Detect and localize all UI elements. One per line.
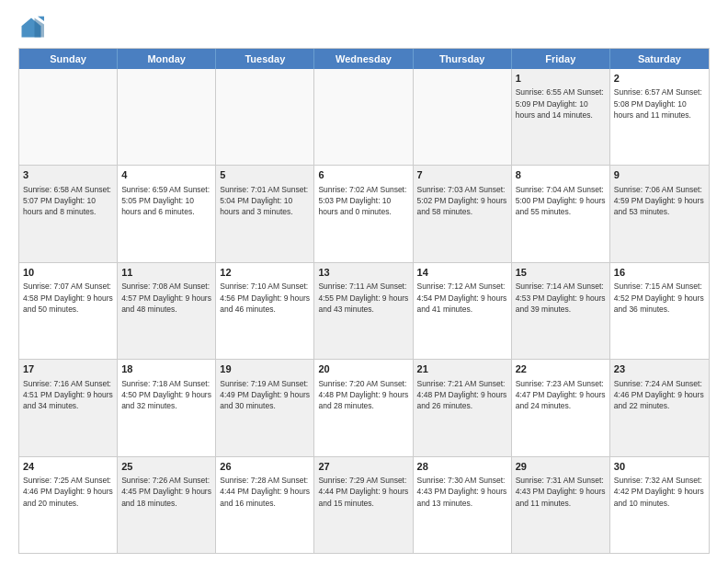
- cell-info: Sunrise: 7:23 AM Sunset: 4:47 PM Dayligh…: [516, 378, 606, 412]
- calendar-cell: 12Sunrise: 7:10 AM Sunset: 4:56 PM Dayli…: [216, 263, 314, 359]
- header-day-tuesday: Tuesday: [216, 49, 314, 69]
- calendar-cell: 29Sunrise: 7:31 AM Sunset: 4:43 PM Dayli…: [512, 457, 610, 553]
- header-day-friday: Friday: [512, 49, 610, 69]
- day-number: 22: [516, 362, 606, 376]
- calendar-cell: 30Sunrise: 7:32 AM Sunset: 4:42 PM Dayli…: [610, 457, 709, 553]
- calendar-cell: 26Sunrise: 7:28 AM Sunset: 4:44 PM Dayli…: [216, 457, 314, 553]
- calendar-cell: 10Sunrise: 7:07 AM Sunset: 4:58 PM Dayli…: [19, 263, 118, 359]
- day-number: 17: [23, 362, 113, 376]
- day-number: 20: [318, 362, 408, 376]
- day-number: 21: [417, 362, 507, 376]
- day-number: 27: [318, 460, 408, 474]
- calendar-cell: 22Sunrise: 7:23 AM Sunset: 4:47 PM Dayli…: [512, 360, 610, 455]
- cell-info: Sunrise: 7:04 AM Sunset: 5:00 PM Dayligh…: [516, 184, 606, 218]
- day-number: 3: [23, 168, 113, 182]
- header-day-thursday: Thursday: [414, 49, 512, 69]
- day-number: 19: [220, 362, 310, 376]
- day-number: 7: [417, 168, 507, 182]
- cell-info: Sunrise: 7:12 AM Sunset: 4:54 PM Dayligh…: [417, 281, 507, 315]
- day-number: 4: [121, 168, 211, 182]
- calendar-row-2: 10Sunrise: 7:07 AM Sunset: 4:58 PM Dayli…: [19, 262, 709, 359]
- cell-info: Sunrise: 7:14 AM Sunset: 4:53 PM Dayligh…: [516, 281, 606, 315]
- day-number: 8: [516, 168, 606, 182]
- calendar-cell: 18Sunrise: 7:18 AM Sunset: 4:50 PM Dayli…: [118, 360, 216, 455]
- calendar-cell: 21Sunrise: 7:21 AM Sunset: 4:48 PM Dayli…: [414, 360, 512, 455]
- cell-info: Sunrise: 7:31 AM Sunset: 4:43 PM Dayligh…: [516, 475, 606, 509]
- calendar-cell: 20Sunrise: 7:20 AM Sunset: 4:48 PM Dayli…: [314, 360, 413, 455]
- cell-info: Sunrise: 7:25 AM Sunset: 4:46 PM Dayligh…: [23, 475, 113, 509]
- header-day-saturday: Saturday: [610, 49, 709, 69]
- day-number: 9: [614, 168, 705, 182]
- cell-info: Sunrise: 6:57 AM Sunset: 5:08 PM Dayligh…: [614, 86, 705, 121]
- cell-info: Sunrise: 7:10 AM Sunset: 4:56 PM Dayligh…: [220, 281, 310, 315]
- calendar-cell: 1Sunrise: 6:55 AM Sunset: 5:09 PM Daylig…: [512, 69, 610, 165]
- day-number: 5: [220, 168, 310, 182]
- cell-info: Sunrise: 7:26 AM Sunset: 4:45 PM Dayligh…: [121, 475, 211, 509]
- header-day-monday: Monday: [118, 49, 216, 69]
- day-number: 30: [614, 460, 705, 474]
- cell-info: Sunrise: 7:01 AM Sunset: 5:04 PM Dayligh…: [220, 184, 310, 218]
- svg-marker-2: [38, 17, 44, 21]
- calendar-cell: 27Sunrise: 7:29 AM Sunset: 4:44 PM Dayli…: [314, 457, 413, 553]
- calendar-cell: 13Sunrise: 7:11 AM Sunset: 4:55 PM Dayli…: [314, 263, 413, 359]
- day-number: 14: [417, 266, 507, 280]
- day-number: 11: [121, 266, 211, 280]
- calendar-cell: 6Sunrise: 7:02 AM Sunset: 5:03 PM Daylig…: [314, 166, 413, 261]
- day-number: 6: [318, 168, 408, 182]
- header: [18, 15, 710, 40]
- calendar-cell: 5Sunrise: 7:01 AM Sunset: 5:04 PM Daylig…: [216, 166, 314, 261]
- day-number: 1: [516, 72, 606, 86]
- cell-info: Sunrise: 7:29 AM Sunset: 4:44 PM Dayligh…: [318, 475, 408, 509]
- calendar-cell: [314, 69, 413, 165]
- calendar-cell: 9Sunrise: 7:06 AM Sunset: 4:59 PM Daylig…: [610, 166, 709, 261]
- calendar-cell: 24Sunrise: 7:25 AM Sunset: 4:46 PM Dayli…: [19, 457, 118, 553]
- cell-info: Sunrise: 7:02 AM Sunset: 5:03 PM Dayligh…: [318, 184, 408, 218]
- cell-info: Sunrise: 7:32 AM Sunset: 4:42 PM Dayligh…: [614, 475, 705, 509]
- svg-marker-1: [35, 18, 45, 38]
- cell-info: Sunrise: 6:58 AM Sunset: 5:07 PM Dayligh…: [23, 184, 113, 218]
- day-number: 28: [417, 460, 507, 474]
- cell-info: Sunrise: 7:11 AM Sunset: 4:55 PM Dayligh…: [318, 281, 408, 315]
- day-number: 29: [516, 460, 606, 474]
- calendar-cell: 8Sunrise: 7:04 AM Sunset: 5:00 PM Daylig…: [512, 166, 610, 261]
- calendar-cell: 15Sunrise: 7:14 AM Sunset: 4:53 PM Dayli…: [512, 263, 610, 359]
- day-number: 25: [121, 460, 211, 474]
- calendar-cell: [216, 69, 314, 165]
- calendar-cell: 14Sunrise: 7:12 AM Sunset: 4:54 PM Dayli…: [414, 263, 512, 359]
- day-number: 26: [220, 460, 310, 474]
- calendar-header: SundayMondayTuesdayWednesdayThursdayFrid…: [19, 49, 709, 69]
- calendar-row-1: 3Sunrise: 6:58 AM Sunset: 5:07 PM Daylig…: [19, 165, 709, 261]
- calendar-cell: 4Sunrise: 6:59 AM Sunset: 5:05 PM Daylig…: [118, 166, 216, 261]
- calendar-row-3: 17Sunrise: 7:16 AM Sunset: 4:51 PM Dayli…: [19, 359, 709, 455]
- calendar-row-0: 1Sunrise: 6:55 AM Sunset: 5:09 PM Daylig…: [19, 69, 709, 165]
- day-number: 16: [614, 266, 705, 280]
- calendar-cell: 17Sunrise: 7:16 AM Sunset: 4:51 PM Dayli…: [19, 360, 118, 455]
- calendar-cell: [118, 69, 216, 165]
- cell-info: Sunrise: 7:18 AM Sunset: 4:50 PM Dayligh…: [121, 378, 211, 412]
- day-number: 2: [614, 72, 705, 86]
- cell-info: Sunrise: 7:19 AM Sunset: 4:49 PM Dayligh…: [220, 378, 310, 412]
- cell-info: Sunrise: 7:08 AM Sunset: 4:57 PM Dayligh…: [121, 281, 211, 315]
- cell-info: Sunrise: 7:15 AM Sunset: 4:52 PM Dayligh…: [614, 281, 705, 315]
- cell-info: Sunrise: 7:21 AM Sunset: 4:48 PM Dayligh…: [417, 378, 507, 412]
- header-day-wednesday: Wednesday: [314, 49, 413, 69]
- calendar-cell: 23Sunrise: 7:24 AM Sunset: 4:46 PM Dayli…: [610, 360, 709, 455]
- day-number: 13: [318, 266, 408, 280]
- cell-info: Sunrise: 7:16 AM Sunset: 4:51 PM Dayligh…: [23, 378, 113, 412]
- day-number: 15: [516, 266, 606, 280]
- cell-info: Sunrise: 7:20 AM Sunset: 4:48 PM Dayligh…: [318, 378, 408, 412]
- page: SundayMondayTuesdayWednesdayThursdayFrid…: [0, 0, 728, 563]
- logo-icon: [18, 15, 44, 40]
- cell-info: Sunrise: 6:55 AM Sunset: 5:09 PM Dayligh…: [516, 86, 606, 121]
- cell-info: Sunrise: 7:06 AM Sunset: 4:59 PM Dayligh…: [614, 184, 705, 218]
- calendar-cell: 11Sunrise: 7:08 AM Sunset: 4:57 PM Dayli…: [118, 263, 216, 359]
- calendar-cell: 7Sunrise: 7:03 AM Sunset: 5:02 PM Daylig…: [414, 166, 512, 261]
- calendar-cell: 19Sunrise: 7:19 AM Sunset: 4:49 PM Dayli…: [216, 360, 314, 455]
- cell-info: Sunrise: 7:07 AM Sunset: 4:58 PM Dayligh…: [23, 281, 113, 315]
- cell-info: Sunrise: 7:24 AM Sunset: 4:46 PM Dayligh…: [614, 378, 705, 412]
- calendar-row-4: 24Sunrise: 7:25 AM Sunset: 4:46 PM Dayli…: [19, 456, 709, 553]
- day-number: 12: [220, 266, 310, 280]
- logo: [18, 15, 48, 40]
- cell-info: Sunrise: 7:03 AM Sunset: 5:02 PM Dayligh…: [417, 184, 507, 218]
- header-day-sunday: Sunday: [19, 49, 118, 69]
